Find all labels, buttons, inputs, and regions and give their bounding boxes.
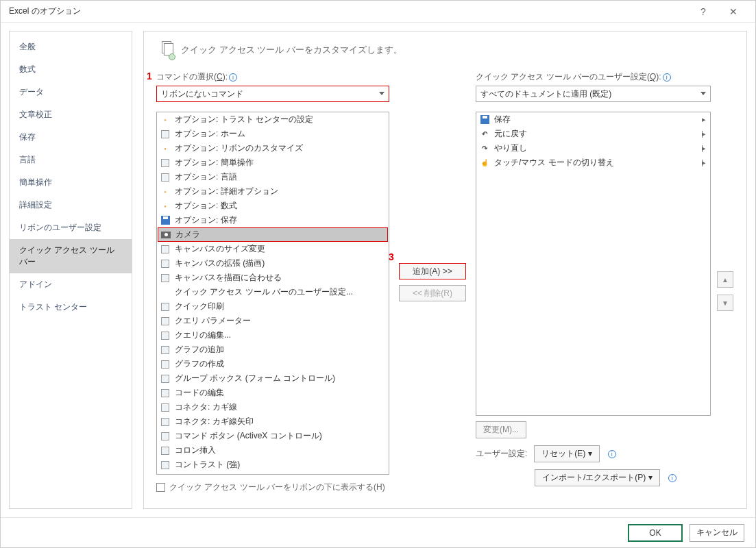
command-item[interactable]: グラフの作成	[157, 357, 389, 371]
help-icon[interactable]: ?	[688, 6, 718, 17]
sidebar-item-8[interactable]: リボンのユーザー設定	[10, 216, 132, 239]
command-icon	[160, 258, 171, 269]
choose-commands-combo[interactable]: リボンにないコマンド	[156, 86, 389, 102]
command-icon	[160, 359, 171, 370]
command-item[interactable]: コネクタ: カギ線矢印	[157, 414, 389, 429]
command-item[interactable]: コネクタ: カギ線	[157, 400, 389, 414]
command-item[interactable]: クエリの編集...	[157, 328, 389, 342]
command-label: コードの編集	[175, 387, 224, 399]
command-icon	[160, 345, 171, 356]
sidebar-item-4[interactable]: 保存	[10, 126, 132, 149]
sidebar-item-10[interactable]: アドイン	[10, 273, 132, 296]
show-below-ribbon-checkbox[interactable]	[156, 483, 165, 492]
command-item[interactable]: コマンド ボタン (ActiveX コントロール)	[157, 429, 389, 443]
command-item[interactable]: コントラスト (強)	[157, 458, 389, 472]
command-icon	[160, 330, 171, 341]
qat-item[interactable]: ↷やり直し|▸	[476, 141, 710, 155]
command-label: コントラスト (強)	[175, 459, 240, 471]
heading-icon	[156, 41, 174, 59]
command-label: オプション: 数式	[175, 200, 237, 212]
titlebar: Excel のオプション ? ✕	[1, 1, 755, 23]
command-item[interactable]: オプション: 保存	[157, 213, 389, 227]
info-icon[interactable]: i	[608, 450, 616, 458]
command-item[interactable]: カメラ	[158, 227, 388, 242]
callout-1: 1	[147, 71, 152, 82]
chevron-down-icon	[379, 92, 385, 95]
expand-icon[interactable]: |▸	[701, 158, 705, 167]
command-item[interactable]: オプション: トラスト センターの設定	[157, 112, 389, 127]
command-item[interactable]: グループ ボックス (フォーム コントロール)	[157, 371, 389, 386]
sidebar-item-11[interactable]: トラスト センター	[10, 296, 132, 319]
command-label: コマンド ボタン (ActiveX コントロール)	[175, 430, 322, 442]
import-export-button[interactable]: インポート/エクスポート(P) ▾	[535, 469, 660, 486]
sidebar-item-2[interactable]: データ	[10, 81, 132, 103]
command-label: クエリの編集...	[175, 329, 231, 341]
sidebar-item-6[interactable]: 簡単操作	[10, 171, 132, 194]
customize-qat-label: クイック アクセス ツール バーのユーザー設定(Q):i	[476, 71, 711, 83]
command-item[interactable]: オプション: リボンのカスタマイズ	[157, 141, 389, 155]
command-item[interactable]: クイック印刷	[157, 299, 389, 314]
close-icon[interactable]: ✕	[718, 6, 748, 17]
blank-icon	[160, 287, 171, 298]
sidebar-item-5[interactable]: 言語	[10, 149, 132, 171]
command-item[interactable]: オプション: 簡単操作	[157, 155, 389, 170]
move-up-button[interactable]: ▲	[717, 271, 733, 288]
sidebar-item-9[interactable]: クイック アクセス ツール バー	[10, 239, 132, 273]
remove-button[interactable]: << 削除(R)	[399, 285, 466, 301]
move-down-button[interactable]: ▼	[717, 295, 733, 311]
command-icon	[160, 460, 171, 471]
command-item[interactable]: キャンバスの拡張 (描画)	[157, 256, 389, 271]
expand-icon[interactable]: |▸	[701, 144, 705, 153]
command-label: コロン挿入	[175, 445, 216, 456]
expand-icon[interactable]: |▸	[701, 129, 705, 138]
command-item[interactable]: オプション: 言語	[157, 170, 389, 184]
footer: OK キャンセル	[1, 517, 755, 547]
command-icon	[160, 402, 171, 413]
touch-icon: ☝	[479, 158, 490, 169]
command-item[interactable]: キャンバスのサイズ変更	[157, 242, 389, 256]
qat-listbox[interactable]: 保存▸↶元に戻す|▸↷やり直し|▸☝タッチ/マウス モードの切り替え|▸ ▲ ▼	[476, 112, 711, 416]
sidebar-item-3[interactable]: 文章校正	[10, 103, 132, 126]
sidebar-item-7[interactable]: 詳細設定	[10, 194, 132, 216]
command-icon	[160, 129, 171, 140]
bullet-icon	[160, 143, 171, 154]
modify-button[interactable]: 変更(M)...	[476, 421, 526, 438]
show-below-ribbon-label: クイック アクセス ツール バーをリボンの下に表示する(H)	[169, 482, 385, 493]
sidebar-item-1[interactable]: 数式	[10, 58, 132, 81]
command-item[interactable]: コロン挿入	[157, 443, 389, 458]
command-item[interactable]: クイック アクセス ツール バーのユーザー設定...	[157, 285, 389, 299]
add-button[interactable]: 3 追加(A) >>	[399, 263, 466, 279]
command-item[interactable]: キャンバスを描画に合わせる	[157, 271, 389, 285]
bullet-icon	[160, 186, 171, 197]
command-label: キャンバスの拡張 (描画)	[175, 258, 265, 269]
commands-listbox[interactable]: 2 オプション: トラスト センターの設定オプション: ホームオプション: リボ…	[156, 112, 389, 475]
command-label: コネクタ: カギ線	[175, 401, 237, 413]
page-title: クイック アクセス ツール バーをカスタマイズします。	[181, 44, 402, 56]
sidebar-item-0[interactable]: 全般	[10, 36, 132, 58]
command-label: グラフの追加	[175, 344, 224, 356]
qat-item[interactable]: 保存▸	[476, 112, 710, 127]
info-icon[interactable]: i	[229, 73, 237, 82]
command-label: オプション: ホーム	[175, 128, 245, 140]
command-label: カメラ	[175, 229, 200, 240]
info-icon[interactable]: i	[663, 73, 671, 82]
qat-item[interactable]: ↶元に戻す|▸	[476, 127, 710, 141]
command-item[interactable]: オプション: ホーム	[157, 127, 389, 141]
command-icon	[160, 172, 171, 183]
save-icon	[160, 215, 171, 226]
command-item[interactable]: コードの編集	[157, 386, 389, 400]
info-icon[interactable]: i	[668, 474, 676, 482]
command-item[interactable]: グラフの追加	[157, 342, 389, 357]
qat-item[interactable]: ☝タッチ/マウス モードの切り替え|▸	[476, 155, 710, 170]
reset-button[interactable]: リセット(E) ▾	[534, 445, 599, 462]
command-item[interactable]: オプション: 数式	[157, 199, 389, 213]
scope-combo[interactable]: すべてのドキュメントに適用 (既定)	[476, 86, 711, 102]
command-item[interactable]: オプション: 詳細オプション	[157, 184, 389, 199]
command-label: オプション: 詳細オプション	[175, 186, 278, 197]
command-item[interactable]: クエリ パラメーター	[157, 314, 389, 328]
main-panel: クイック アクセス ツール バーをカスタマイズします。 1 コマンドの選択(C)…	[143, 31, 747, 509]
command-label: オプション: リボンのカスタマイズ	[175, 142, 303, 154]
ok-button[interactable]: OK	[628, 524, 683, 542]
expand-icon[interactable]: ▸	[702, 115, 705, 124]
cancel-button[interactable]: キャンセル	[690, 524, 744, 542]
